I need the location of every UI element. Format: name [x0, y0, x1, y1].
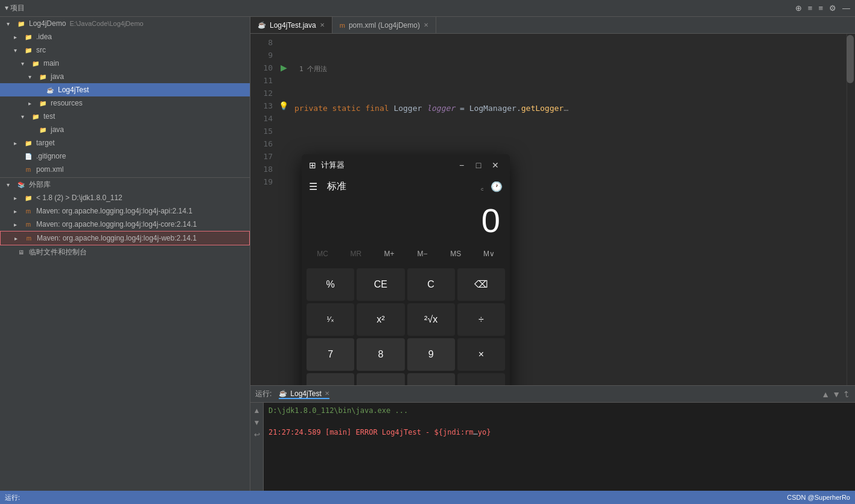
calc-title-icon: ⊞ — [309, 160, 316, 170]
calc-divide-button[interactable]: ÷ — [457, 303, 505, 336]
sidebar: ▾ 📁 Log4jDemo E:\JavaCode\Log4jDemo ▸ 📁 … — [0, 17, 250, 491]
bottom-controls: ▲ ▼ ↩ — [821, 389, 850, 399]
calc-maximize-button[interactable]: □ — [471, 158, 486, 172]
csdn-label: CSDN @SuperherRo — [787, 494, 850, 501]
calc-display: 0 — [302, 197, 510, 242]
calc-header: ☰ 标准 ꜀ 🕐 — [302, 176, 510, 197]
bottom-tab-close[interactable]: ✕ — [325, 390, 329, 397]
status-run-label: 运行: — [5, 493, 20, 502]
menu-icon2[interactable]: ≡ — [818, 4, 823, 13]
status-bar-right: CSDN @SuperherRo — [787, 494, 850, 501]
calc-ce-button[interactable]: CE — [357, 268, 404, 301]
calc-close-button[interactable]: ✕ — [488, 158, 503, 172]
run-label: 运行: — [255, 389, 272, 399]
calc-percent-button[interactable]: % — [307, 268, 354, 301]
settings-icon[interactable]: ⚙ — [829, 4, 836, 13]
calc-c-button[interactable]: C — [407, 268, 455, 301]
calc-mode-icon[interactable]: ꜀ — [481, 181, 483, 192]
sidebar-item-main[interactable]: ▾ 📁 main — [0, 57, 250, 70]
calc-buttons: % CE C ⌫ ¹⁄ₓ x² ²√x ÷ 7 8 9 × 4 5 6 − — [302, 266, 510, 385]
calc-7-button[interactable]: 7 — [307, 338, 354, 371]
sidebar-item-resources[interactable]: ▸ 📁 resources — [0, 96, 250, 110]
lightbulb-icon[interactable]: 💡 — [279, 99, 288, 112]
console-line-1: D:\jdk1.8.0_112\bin\java.exe ... — [269, 405, 850, 416]
sidebar-project-root[interactable]: ▾ 📁 Log4jDemo E:\JavaCode\Log4jDemo — [0, 17, 250, 30]
sidebar-item-target[interactable]: ▸ 📁 target — [0, 136, 250, 150]
calc-4-button[interactable]: 4 — [307, 373, 354, 385]
add-icon[interactable]: ⊕ — [795, 4, 802, 13]
editor-scrollbar[interactable] — [847, 34, 855, 385]
sidebar-item-test-java[interactable]: ▸ 📁 java — [0, 123, 250, 136]
console-line-2 — [269, 416, 850, 427]
calc-square-button[interactable]: x² — [357, 303, 404, 336]
calc-titlebar: ⊞ 计算器 − □ ✕ — [302, 154, 510, 176]
editor-column: ☕ Log4jTest.java ✕ m pom.xml (Log4jDemo)… — [250, 17, 855, 491]
wrap-icon[interactable]: ↩ — [842, 391, 851, 398]
left-up-icon[interactable]: ▲ — [252, 405, 262, 416]
sidebar-item-log4jtest[interactable]: ▸ ☕ Log4jTest — [0, 83, 250, 96]
top-bar: ▾ 项目 ⊕ ≡ ≡ ⚙ — — [0, 0, 855, 17]
sidebar-item-maven3[interactable]: ▸ m Maven: org.apache.logging.log4j:log4… — [0, 231, 250, 245]
calc-menu-icon[interactable]: ☰ — [307, 178, 320, 195]
bottom-tab-log4jtest[interactable]: ☕ Log4jTest ✕ — [279, 389, 329, 399]
calc-ms-button[interactable]: MS — [440, 244, 472, 263]
calc-6-button[interactable]: 6 — [407, 373, 455, 385]
calc-memory-row: MC MR M+ M− MS M∨ — [302, 242, 510, 266]
bottom-tab-bar: 运行: ☕ Log4jTest ✕ ▲ ▼ ↩ — [250, 386, 855, 403]
line-numbers: 8 9 10 11 12 13 14 15 16 17 18 19 — [250, 34, 278, 385]
console-line-3: 21:27:24.589 [main] ERROR Log4jTest - ${… — [269, 427, 850, 438]
status-bar-left: 运行: — [5, 493, 20, 502]
main-area: ▾ 📁 Log4jDemo E:\JavaCode\Log4jDemo ▸ 📁 … — [0, 17, 855, 491]
left-wrap-icon[interactable]: ↩ — [253, 429, 261, 440]
sidebar-item-idea[interactable]: ▸ 📁 .idea — [0, 30, 250, 43]
calc-mc-button[interactable]: MC — [307, 244, 339, 263]
editor-content: 8 9 10 11 12 13 14 15 16 17 18 19 ▶ — [250, 34, 855, 385]
bottom-panel: 运行: ☕ Log4jTest ✕ ▲ ▼ ↩ ▲ ▼ ↩ — [250, 385, 855, 491]
left-down-icon[interactable]: ▼ — [252, 417, 262, 428]
tab-close-pom[interactable]: ✕ — [424, 22, 428, 28]
calc-mode-label: 标准 — [327, 180, 474, 193]
calculator-window: ⊞ 计算器 − □ ✕ ☰ 标准 ꜀ 🕐 0 — [302, 154, 510, 385]
sidebar-item-src[interactable]: ▾ 📁 src — [0, 43, 250, 57]
calc-controls: − □ ✕ — [454, 158, 503, 172]
calc-backspace-button[interactable]: ⌫ — [457, 268, 505, 301]
calc-5-button[interactable]: 5 — [357, 373, 404, 385]
up-arrow-icon[interactable]: ▲ — [821, 389, 830, 399]
sidebar-item-pom[interactable]: ▸ m pom.xml — [0, 163, 250, 176]
tab-log4jtest[interactable]: ☕ Log4jTest.java ✕ — [250, 17, 332, 33]
calc-mr-button[interactable]: MR — [340, 244, 372, 263]
calc-multiply-button[interactable]: × — [457, 338, 505, 371]
menu-icon1[interactable]: ≡ — [808, 4, 813, 13]
sidebar-item-maven1[interactable]: ▸ m Maven: org.apache.logging.log4j:log4… — [0, 204, 250, 218]
calc-title-text: 计算器 — [321, 160, 450, 171]
status-bar: 运行: CSDN @SuperherRo — [0, 491, 855, 504]
sidebar-item-maven2[interactable]: ▸ m Maven: org.apache.logging.log4j:log4… — [0, 218, 250, 231]
sidebar-item-gitignore[interactable]: ▸ 📄 .gitignore — [0, 150, 250, 163]
calc-reciprocal-button[interactable]: ¹⁄ₓ — [307, 303, 354, 336]
calc-display-value: 0 — [311, 202, 500, 239]
run-button[interactable]: ▶ — [281, 61, 287, 74]
down-arrow-icon[interactable]: ▼ — [832, 389, 841, 399]
sidebar-item-temp[interactable]: ▸ 🖥 临时文件和控制台 — [0, 245, 250, 259]
sidebar-item-test[interactable]: ▾ 📁 test — [0, 110, 250, 123]
project-menu[interactable]: ▾ 项目 — [5, 3, 25, 13]
sidebar-item-external-libs[interactable]: ▾ 📚 外部库 — [0, 177, 250, 191]
calc-minimize-button[interactable]: − — [454, 158, 469, 172]
ref-label: 1 个用法 — [294, 61, 847, 77]
calc-mminus-button[interactable]: M− — [407, 244, 439, 263]
calc-mv-button[interactable]: M∨ — [473, 244, 505, 263]
calc-subtract-button[interactable]: − — [457, 373, 505, 385]
tab-pom[interactable]: m pom.xml (Log4jDemo) ✕ — [332, 17, 436, 33]
calc-history-icon[interactable]: 🕐 — [491, 181, 503, 192]
sidebar-item-java[interactable]: ▾ 📁 java — [0, 70, 250, 83]
sidebar-item-jdk[interactable]: ▸ 📁 < 1.8 (2) > D:\jdk1.8.0_112 — [0, 191, 250, 204]
tab-close-log4jtest[interactable]: ✕ — [320, 22, 325, 28]
minimize-icon[interactable]: — — [842, 4, 850, 13]
console-output: D:\jdk1.8.0_112\bin\java.exe ... 21:27:2… — [264, 403, 855, 491]
calc-mplus-button[interactable]: M+ — [373, 244, 405, 263]
calc-sqrt-button[interactable]: ²√x — [407, 303, 455, 336]
tab-bar: ☕ Log4jTest.java ✕ m pom.xml (Log4jDemo)… — [250, 17, 855, 34]
calc-9-button[interactable]: 9 — [407, 338, 455, 371]
gutter: ▶ 💡 — [278, 34, 290, 385]
calc-8-button[interactable]: 8 — [357, 338, 404, 371]
